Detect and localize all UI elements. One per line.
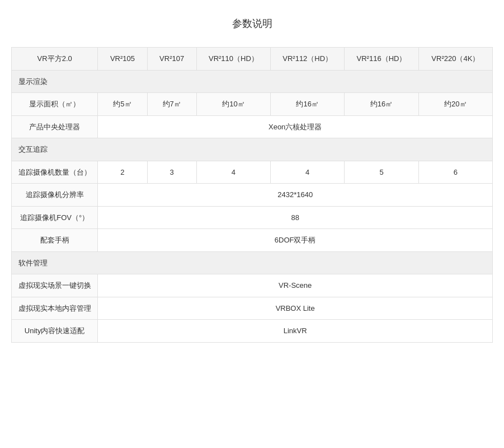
merged-data-cell: 2432*1640 xyxy=(98,184,493,207)
header-col-5: VR²116（HD） xyxy=(345,48,418,71)
section-header-row: 交互追踪 xyxy=(12,138,493,161)
section-header-cell: 软件管理 xyxy=(12,251,493,274)
data-cell: 约7㎡ xyxy=(147,93,196,116)
header-col-6: VR²220（4K） xyxy=(418,48,492,71)
data-cell: 4 xyxy=(271,161,345,184)
table-row: 显示面积（㎡）约5㎡约7㎡约10㎡约16㎡约16㎡约20㎡ xyxy=(12,93,493,116)
row-label-cell: 追踪摄像机数量（台） xyxy=(12,161,98,184)
header-col-3: VR²110（HD） xyxy=(196,48,270,71)
table-row: 追踪摄像机数量（台）234456 xyxy=(12,161,493,184)
data-cell: 6 xyxy=(418,161,492,184)
merged-data-cell: Xeon六核处理器 xyxy=(98,115,493,138)
page-wrapper: 参数说明 VR平方2.0 VR²105 VR²107 VR²110（HD） VR… xyxy=(0,0,504,448)
table-row: Unity内容快速适配LinkVR xyxy=(12,320,493,343)
data-cell: 约16㎡ xyxy=(345,93,418,116)
table-row: 追踪摄像机分辨率2432*1640 xyxy=(12,184,493,207)
table-row: 产品中央处理器Xeon六核处理器 xyxy=(12,115,493,138)
table-row: 虚拟现实本地内容管理VRBOX Lite xyxy=(12,297,493,320)
header-col-4: VR²112（HD） xyxy=(271,48,345,71)
row-label-cell: 显示面积（㎡） xyxy=(12,93,98,116)
merged-data-cell: 88 xyxy=(98,206,493,229)
data-cell: 5 xyxy=(345,161,418,184)
data-cell: 2 xyxy=(98,161,147,184)
table-row: 追踪摄像机FOV（°）88 xyxy=(12,206,493,229)
section-header-cell: 交互追踪 xyxy=(12,138,493,161)
data-cell: 约10㎡ xyxy=(196,93,270,116)
row-label-cell: 产品中央处理器 xyxy=(12,115,98,138)
section-header-cell: 显示渲染 xyxy=(12,70,493,93)
row-label-cell: 追踪摄像机FOV（°） xyxy=(12,206,98,229)
row-label-cell: 虚拟现实本地内容管理 xyxy=(12,297,98,320)
table-row: 配套手柄6DOF双手柄 xyxy=(12,229,493,252)
header-col-2: VR²107 xyxy=(147,48,196,71)
merged-data-cell: VRBOX Lite xyxy=(98,297,493,320)
data-cell: 约5㎡ xyxy=(98,93,147,116)
merged-data-cell: VR-Scene xyxy=(98,274,493,297)
table-header-row: VR平方2.0 VR²105 VR²107 VR²110（HD） VR²112（… xyxy=(12,48,493,71)
page-title: 参数说明 xyxy=(11,17,493,30)
data-cell: 约16㎡ xyxy=(271,93,345,116)
header-col-0: VR平方2.0 xyxy=(12,48,98,71)
data-cell: 3 xyxy=(147,161,196,184)
spec-table: VR平方2.0 VR²105 VR²107 VR²110（HD） VR²112（… xyxy=(11,47,493,343)
merged-data-cell: 6DOF双手柄 xyxy=(98,229,493,252)
merged-data-cell: LinkVR xyxy=(98,320,493,343)
section-header-row: 软件管理 xyxy=(12,251,493,274)
header-col-1: VR²105 xyxy=(98,48,147,71)
table-row: 虚拟现实场景一键切换VR-Scene xyxy=(12,274,493,297)
row-label-cell: 配套手柄 xyxy=(12,229,98,252)
data-cell: 约20㎡ xyxy=(418,93,492,116)
row-label-cell: 追踪摄像机分辨率 xyxy=(12,184,98,207)
row-label-cell: Unity内容快速适配 xyxy=(12,320,98,343)
data-cell: 4 xyxy=(196,161,270,184)
row-label-cell: 虚拟现实场景一键切换 xyxy=(12,274,98,297)
section-header-row: 显示渲染 xyxy=(12,70,493,93)
